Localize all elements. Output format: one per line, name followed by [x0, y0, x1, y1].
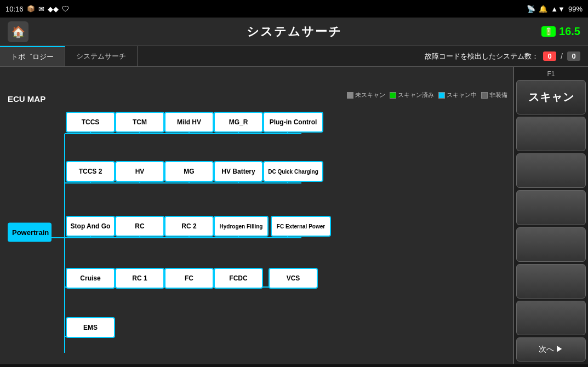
legend-label-unscanned: 未スキャン — [355, 91, 385, 99]
tab-system-search[interactable]: システムサーチ — [65, 46, 138, 66]
ecu-diagram: Powertrain — [5, 106, 507, 358]
bell-icon: 🔔 — [539, 5, 547, 13]
right-btn-7[interactable] — [516, 301, 586, 335]
ecu-node-fc[interactable]: FC — [164, 268, 214, 289]
legend-box-unscanned — [347, 92, 353, 99]
legend-box-unequipped — [481, 92, 488, 99]
scan-button[interactable]: スキャン — [516, 80, 586, 114]
ecu-node-mildhv[interactable]: Mild HV — [164, 112, 214, 133]
status-left: 10:16 📦 ✉ ◆◆ 🛡 — [5, 5, 69, 13]
legend-label-unequipped: 非装備 — [489, 91, 507, 99]
ecu-node-tccs2[interactable]: TCCS 2 — [66, 161, 115, 182]
time-display: 10:16 — [5, 5, 24, 13]
ecu-node-rc2[interactable]: RC 2 — [164, 216, 214, 237]
legend-label-scanned: スキャン済み — [398, 91, 434, 99]
right-btn-6[interactable] — [516, 264, 586, 299]
status-right: 📡 🔔 ▲▼ 99% — [527, 5, 583, 13]
wifi-icon: ▲▼ — [551, 5, 565, 13]
legend-scanning: スキャン中 — [438, 91, 477, 99]
ecu-node-rc[interactable]: RC — [115, 216, 164, 237]
legend-unequipped: 非装備 — [481, 91, 507, 99]
ecu-node-stopandgo[interactable]: Stop And Go — [66, 216, 115, 237]
ecu-node-vcs[interactable]: VCS — [269, 268, 318, 289]
ecu-node-cruise[interactable]: Cruise — [66, 268, 115, 289]
signal-icon: ◆◆ — [48, 5, 59, 13]
legend-box-scanning — [438, 92, 445, 99]
tab-topology[interactable]: トポ゛ロジー — [0, 46, 65, 66]
ecu-node-hydrogenfilling[interactable]: Hydrogen Filling — [214, 216, 269, 237]
battery-percent: 99% — [568, 5, 583, 13]
f1-label: F1 — [516, 69, 586, 78]
fault-slash: / — [561, 52, 563, 61]
shield-icon: 🛡 — [62, 5, 69, 13]
battery-icon: 🔋 — [541, 26, 556, 37]
mail-icon: ✉ — [38, 5, 44, 13]
title-bar: 🏠 システムサーチ 🔋 16.5 — [0, 18, 588, 46]
legend-box-scanned — [390, 92, 396, 99]
ecu-map-label: ECU MAP — [8, 94, 45, 104]
next-button[interactable]: 次へ ▶ — [516, 337, 586, 362]
main-layout: 未スキャン スキャン済み スキャン中 非装備 ECU MAP Powertrai… — [0, 67, 588, 364]
ecu-node-dcquick[interactable]: DC Quick Charging — [263, 161, 323, 182]
ecu-node-fcexternalpower[interactable]: FC External Power — [271, 216, 331, 237]
powertrain-node[interactable]: Powertrain — [8, 223, 52, 242]
ecu-node-tcm[interactable]: TCM — [115, 112, 164, 133]
ecu-node-tccs[interactable]: TCCS — [66, 112, 115, 133]
ecu-node-fcdc[interactable]: FCDC — [214, 268, 263, 289]
app-icon-b: 📦 — [27, 5, 35, 13]
right-panel: F1 スキャン 次へ ▶ — [514, 67, 588, 364]
fault-value2: 0 — [567, 51, 580, 61]
right-btn-4[interactable] — [516, 190, 586, 225]
ecu-node-rc1[interactable]: RC 1 — [115, 268, 164, 289]
ecu-node-ems[interactable]: EMS — [66, 317, 115, 338]
page-title: システムサーチ — [247, 24, 342, 40]
tab-header-area: トポ゛ロジー システムサーチ 故障コードを検出したシステム数： 0 / 0 — [0, 46, 588, 67]
right-btn-5[interactable] — [516, 227, 586, 262]
home-button[interactable]: 🏠 — [8, 21, 28, 42]
ecu-node-mgr[interactable]: MG_R — [214, 112, 263, 133]
right-btn-2[interactable] — [516, 117, 586, 151]
voltage-indicator: 🔋 16.5 — [541, 25, 580, 38]
left-panel: 未スキャン スキャン済み スキャン中 非装備 ECU MAP Powertrai… — [0, 67, 514, 364]
cast-icon: 📡 — [527, 5, 535, 13]
right-btn-3[interactable] — [516, 153, 586, 188]
fault-counter: 故障コードを検出したシステム数： 0 / 0 — [425, 46, 588, 66]
nav-bar: ◀ ● ■ ⚙ ◎ 📷 — [0, 364, 588, 367]
legend-unscanned: 未スキャン — [347, 91, 385, 99]
legend-label-scanning: スキャン中 — [447, 91, 477, 99]
ecu-node-hvbattery[interactable]: HV Battery — [214, 161, 263, 182]
voltage-value: 16.5 — [559, 25, 580, 38]
legend-scanned: スキャン済み — [390, 91, 434, 99]
ecu-node-mg[interactable]: MG — [164, 161, 214, 182]
legend: 未スキャン スキャン済み スキャン中 非装備 — [347, 91, 507, 99]
fault-label: 故障コードを検出したシステム数： — [425, 51, 539, 61]
ecu-node-plugin[interactable]: Plug-in Control — [263, 112, 323, 133]
status-bar: 10:16 📦 ✉ ◆◆ 🛡 📡 🔔 ▲▼ 99% — [0, 0, 588, 18]
fault-value1: 0 — [543, 51, 556, 61]
ecu-node-hv[interactable]: HV — [115, 161, 164, 182]
